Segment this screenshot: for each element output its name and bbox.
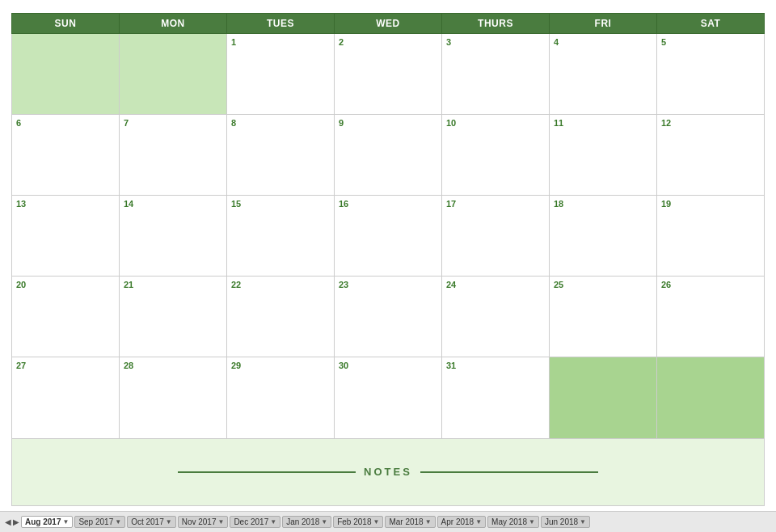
- calendar-cell[interactable]: 19: [657, 196, 765, 277]
- calendar-table: SUNMONTUESWEDTHURSFRISAT 123456789101112…: [11, 13, 765, 506]
- calendar-cell[interactable]: 30: [335, 357, 442, 438]
- sheet-tab-arrow-icon: ▼: [373, 518, 379, 526]
- calendar-cell[interactable]: 4: [550, 34, 657, 115]
- calendar-cell[interactable]: 25: [550, 277, 657, 357]
- calendar-cell[interactable]: 5: [657, 34, 765, 115]
- notes-row: NOTES: [12, 438, 765, 505]
- calendar-cell[interactable]: 24: [442, 277, 550, 357]
- calendar-cell[interactable]: 12: [657, 115, 765, 196]
- sheet-tab-arrow-icon: ▼: [166, 518, 172, 526]
- calendar-cell[interactable]: 31: [442, 357, 550, 438]
- calendar-cell[interactable]: 29: [227, 357, 335, 438]
- sheet-tab-arrow-icon: ▼: [217, 518, 224, 526]
- sheet-tab-sep-2017[interactable]: Sep 2017▼: [74, 516, 125, 528]
- calendar-cell[interactable]: 11: [550, 115, 657, 196]
- calendar-week-5: 2728293031: [12, 357, 765, 438]
- calendar-week-4: 20212223242526: [12, 277, 765, 357]
- next-arrow-icon[interactable]: ▶: [13, 517, 19, 526]
- calendar-cell[interactable]: 22: [227, 277, 335, 357]
- notes-line-right: [420, 471, 598, 473]
- sheet-tab-label: Sep 2017: [78, 517, 113, 526]
- calendar-cell[interactable]: 1: [227, 34, 335, 115]
- notes-label: NOTES: [364, 466, 412, 478]
- calendar-cell[interactable]: 15: [227, 196, 335, 277]
- calendar-cell[interactable]: 3: [442, 34, 550, 115]
- day-header-tues: TUES: [227, 14, 335, 34]
- sheet-tab-mar-2018[interactable]: Mar 2018▼: [385, 516, 435, 528]
- sheet-tab-nov-2017[interactable]: Nov 2017▼: [178, 516, 229, 528]
- calendar-cell[interactable]: 9: [335, 115, 442, 196]
- calendar-cell[interactable]: 26: [657, 277, 765, 357]
- calendar-week-3: 13141516171819: [12, 196, 765, 277]
- calendar-week-1: 12345: [12, 34, 765, 115]
- day-header-thurs: THURS: [442, 14, 550, 34]
- day-header-sat: SAT: [657, 14, 765, 34]
- main-content: SUNMONTUESWEDTHURSFRISAT 123456789101112…: [0, 0, 776, 511]
- sheet-tab-dec-2017[interactable]: Dec 2017▼: [230, 516, 280, 528]
- day-headers-row: SUNMONTUESWEDTHURSFRISAT: [12, 14, 765, 34]
- sheet-tab-label: Mar 2018: [389, 517, 423, 526]
- calendar-cell[interactable]: 14: [120, 196, 227, 277]
- calendar-cell[interactable]: 8: [227, 115, 335, 196]
- calendar-cell[interactable]: 13: [12, 196, 120, 277]
- calendar-cell[interactable]: 16: [335, 196, 442, 277]
- sheet-tab-arrow-icon: ▼: [62, 518, 69, 526]
- day-header-mon: MON: [120, 14, 227, 34]
- sheet-tab-oct-2017[interactable]: Oct 2017▼: [127, 516, 176, 528]
- day-header-wed: WED: [335, 14, 442, 34]
- sheet-tab-arrow-icon: ▼: [580, 518, 586, 526]
- sheet-tab-jun-2018[interactable]: Jun 2018▼: [541, 516, 590, 528]
- sheet-tabs: Aug 2017▼Sep 2017▼Oct 2017▼Nov 2017▼Dec …: [21, 516, 590, 528]
- calendar-cell[interactable]: 6: [12, 115, 120, 196]
- calendar-cell[interactable]: [12, 34, 120, 115]
- sheet-tab-arrow-icon: ▼: [529, 518, 535, 526]
- calendar-cell[interactable]: [657, 357, 765, 438]
- day-header-fri: FRI: [550, 14, 657, 34]
- sheet-tab-label: Apr 2018: [441, 517, 474, 526]
- sheet-tab-feb-2018[interactable]: Feb 2018▼: [333, 516, 383, 528]
- sheet-tab-label: Aug 2017: [25, 517, 61, 526]
- sheet-tab-label: Jan 2018: [286, 517, 319, 526]
- calendar-cell[interactable]: 27: [12, 357, 120, 438]
- sheet-tab-arrow-icon: ▼: [475, 518, 482, 526]
- bottom-bar: ◀ ▶ Aug 2017▼Sep 2017▼Oct 2017▼Nov 2017▼…: [0, 511, 776, 532]
- sheet-tab-label: Dec 2017: [234, 517, 268, 526]
- prev-arrow-icon[interactable]: ◀: [5, 517, 11, 526]
- sheet-tab-label: Jun 2018: [545, 517, 578, 526]
- calendar-cell[interactable]: 18: [550, 196, 657, 277]
- calendar-cell[interactable]: 21: [120, 277, 227, 357]
- sheet-tab-arrow-icon: ▼: [425, 518, 432, 526]
- sheet-tab-jan-2018[interactable]: Jan 2018▼: [282, 516, 331, 528]
- sheet-tab-apr-2018[interactable]: Apr 2018▼: [437, 516, 487, 528]
- sheet-tab-arrow-icon: ▼: [115, 518, 121, 526]
- sheet-tab-label: May 2018: [491, 517, 527, 526]
- sheet-tab-label: Feb 2018: [337, 517, 371, 526]
- sheet-tab-aug-2017[interactable]: Aug 2017▼: [21, 516, 73, 528]
- calendar-cell[interactable]: 10: [442, 115, 550, 196]
- day-header-sun: SUN: [12, 14, 120, 34]
- notes-line-left: [178, 471, 356, 473]
- calendar-cell[interactable]: 17: [442, 196, 550, 277]
- sheet-tab-may-2018[interactable]: May 2018▼: [487, 516, 539, 528]
- calendar-cell[interactable]: [120, 34, 227, 115]
- sheet-tab-arrow-icon: ▼: [270, 518, 276, 526]
- sheet-tab-arrow-icon: ▼: [321, 518, 327, 526]
- notes-cell: NOTES: [12, 438, 765, 505]
- calendar-cell[interactable]: 2: [335, 34, 442, 115]
- sheet-tab-label: Oct 2017: [131, 517, 164, 526]
- calendar-cell[interactable]: [550, 357, 657, 438]
- calendar-cell[interactable]: 23: [335, 277, 442, 357]
- calendar-cell[interactable]: 20: [12, 277, 120, 357]
- calendar-cell[interactable]: 28: [120, 357, 227, 438]
- calendar-week-2: 6789101112: [12, 115, 765, 196]
- sheet-tab-label: Nov 2017: [182, 517, 217, 526]
- calendar-cell[interactable]: 7: [120, 115, 227, 196]
